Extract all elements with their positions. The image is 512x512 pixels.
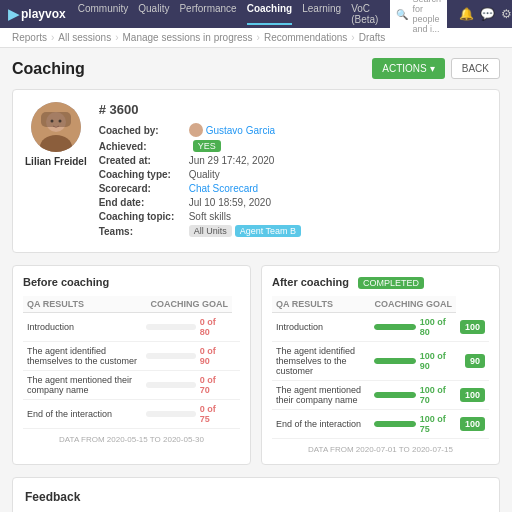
- playvox-icon: ▶: [8, 6, 19, 22]
- qa-label: End of the interaction: [272, 410, 370, 439]
- table-row: The agent mentioned their company name 0…: [23, 371, 240, 400]
- chat-icon[interactable]: 💬: [480, 7, 495, 21]
- score-bar: [374, 421, 416, 427]
- score-bar-bg: [146, 324, 195, 330]
- breadcrumb-all-sessions[interactable]: All sessions: [58, 32, 111, 43]
- score-bar-bg: [146, 382, 195, 388]
- nav-performance[interactable]: Performance: [179, 3, 236, 25]
- nav-coaching[interactable]: Coaching: [247, 3, 293, 25]
- table-row: The agent identified themselves to the c…: [23, 342, 240, 371]
- qa-goal: [232, 313, 240, 342]
- score-text: 100 of 80: [420, 317, 452, 337]
- after-coaching-table: QA RESULTS COACHING GOAL Introduction 10…: [272, 296, 489, 439]
- team-badge-all-units: All Units: [189, 225, 232, 237]
- agent-avatar-image: [31, 102, 81, 152]
- goal-badge: 100: [460, 417, 485, 431]
- score-bar-bg: [146, 353, 195, 359]
- qa-label: The agent identified themselves to the c…: [23, 342, 142, 371]
- table-row: The agent identified themselves to the c…: [272, 342, 489, 381]
- nav-links: Community Quality Performance Coaching L…: [78, 3, 379, 25]
- score-text: 100 of 70: [420, 385, 452, 405]
- score-bar-bg: [374, 392, 416, 398]
- agent-avatar: [31, 102, 81, 152]
- teams-label: Teams:: [99, 226, 189, 237]
- bell-icon[interactable]: 🔔: [459, 7, 474, 21]
- breadcrumb-drafts[interactable]: Drafts: [359, 32, 386, 43]
- agent-name: Lilian Freidel: [25, 156, 87, 167]
- qa-label: The agent identified themselves to the c…: [272, 342, 370, 381]
- qa-score: 100 of 70: [370, 381, 456, 410]
- feedback-title: Feedback: [25, 490, 487, 504]
- qa-score: 0 of 90: [142, 342, 232, 371]
- score-text: 0 of 80: [200, 317, 228, 337]
- topic-row: Coaching topic: Soft skills: [99, 211, 487, 222]
- top-navigation: ▶ playvox Community Quality Performance …: [0, 0, 512, 28]
- qa-score: 0 of 75: [142, 400, 232, 429]
- qa-label: Introduction: [23, 313, 142, 342]
- app-logo: ▶ playvox: [8, 6, 66, 22]
- achieved-label: Achieved:: [99, 141, 189, 152]
- achieved-badge: YES: [193, 140, 221, 152]
- coach-name[interactable]: Gustavo Garcia: [206, 125, 275, 136]
- completed-badge: COMPLETED: [358, 277, 424, 289]
- after-coaching-section: After coaching COMPLETED QA RESULTS COAC…: [261, 265, 500, 465]
- score-bar: [374, 358, 416, 364]
- breadcrumb-reports[interactable]: Reports: [12, 32, 47, 43]
- score-bar: [374, 392, 416, 398]
- breadcrumb-manage-sessions[interactable]: Manage sessions in progress: [123, 32, 253, 43]
- breadcrumb-recommendations[interactable]: Recommendations: [264, 32, 347, 43]
- before-col-goal: COACHING GOAL: [142, 296, 232, 313]
- nav-learning[interactable]: Learning: [302, 3, 341, 25]
- actions-label: ACTIONS: [382, 63, 426, 74]
- table-row: End of the interaction 100 of 75 100: [272, 410, 489, 439]
- qa-goal: [232, 400, 240, 429]
- qa-label: The agent mentioned their company name: [23, 371, 142, 400]
- page-title: Coaching: [12, 60, 85, 78]
- agent-avatar-section: Lilian Freidel: [25, 102, 87, 240]
- score-bar-bg: [374, 358, 416, 364]
- teams-row: Teams: All Units Agent Team B: [99, 225, 487, 237]
- before-coaching-table: QA RESULTS COACHING GOAL Introduction 0 …: [23, 296, 240, 429]
- nav-community[interactable]: Community: [78, 3, 129, 25]
- score-text: 100 of 90: [420, 351, 452, 371]
- back-button[interactable]: BACK: [451, 58, 500, 79]
- coached-by-row: Coached by: Gustavo Garcia: [99, 123, 487, 137]
- score-text: 100 of 75: [420, 414, 452, 434]
- qa-label: Introduction: [272, 313, 370, 342]
- header-buttons: ACTIONS ▾ BACK: [372, 58, 500, 79]
- qa-score: 0 of 70: [142, 371, 232, 400]
- enddate-row: End date: Jul 10 18:59, 2020: [99, 197, 487, 208]
- scorecard-row: Scorecard: Chat Scorecard: [99, 183, 487, 194]
- scorecard-value[interactable]: Chat Scorecard: [189, 183, 258, 194]
- enddate-label: End date:: [99, 197, 189, 208]
- scorecard-label: Scorecard:: [99, 183, 189, 194]
- created-value: Jun 29 17:42, 2020: [189, 155, 275, 166]
- after-coaching-title: After coaching COMPLETED: [272, 276, 489, 288]
- coaching-info-card: Lilian Freidel # 3600 Coached by: Gustav…: [12, 89, 500, 253]
- qa-goal: 100: [456, 313, 489, 342]
- type-label: Coaching type:: [99, 169, 189, 180]
- settings-icon[interactable]: ⚙: [501, 7, 512, 21]
- topic-value: Soft skills: [189, 211, 231, 222]
- page-header: Coaching ACTIONS ▾ BACK: [12, 58, 500, 79]
- created-row: Created at: Jun 29 17:42, 2020: [99, 155, 487, 166]
- coaching-details: # 3600 Coached by: Gustavo Garcia Achiev…: [99, 102, 487, 240]
- before-coaching-title: Before coaching: [23, 276, 240, 288]
- actions-button[interactable]: ACTIONS ▾: [372, 58, 444, 79]
- after-data-range: DATA FROM 2020-07-01 TO 2020-07-15: [272, 445, 489, 454]
- table-row: Introduction 0 of 80: [23, 313, 240, 342]
- goal-badge: 100: [460, 320, 485, 334]
- goal-badge: 100: [460, 388, 485, 402]
- score-bar-bg: [374, 324, 416, 330]
- nav-quality[interactable]: Quality: [138, 3, 169, 25]
- achieved-row: Achieved: YES: [99, 140, 487, 152]
- table-row: End of the interaction 0 of 75: [23, 400, 240, 429]
- table-row: Introduction 100 of 80 100: [272, 313, 489, 342]
- score-bar-bg: [146, 411, 195, 417]
- nav-voc[interactable]: VoC (Beta): [351, 3, 378, 25]
- qa-goal: 100: [456, 381, 489, 410]
- search-bar[interactable]: 🔍 Search for people and i...: [390, 0, 447, 36]
- score-bar-bg: [374, 421, 416, 427]
- qa-score: 0 of 80: [142, 313, 232, 342]
- qa-label: The agent mentioned their company name: [272, 381, 370, 410]
